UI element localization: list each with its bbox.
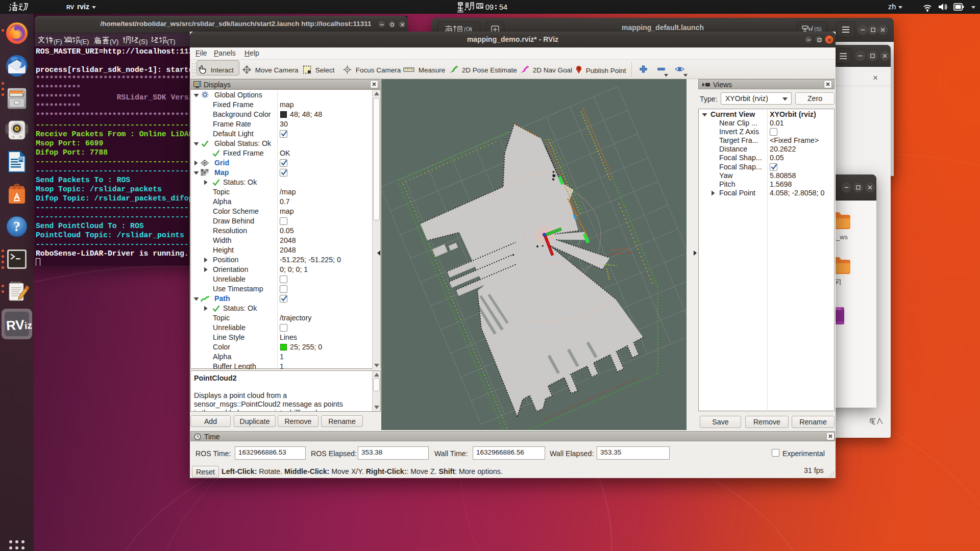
svg-text:09: 09 [485,3,494,11]
svg-text:RV: RV [66,4,75,10]
svg-text:54: 54 [499,3,507,11]
svg-text:?: ? [13,219,20,234]
